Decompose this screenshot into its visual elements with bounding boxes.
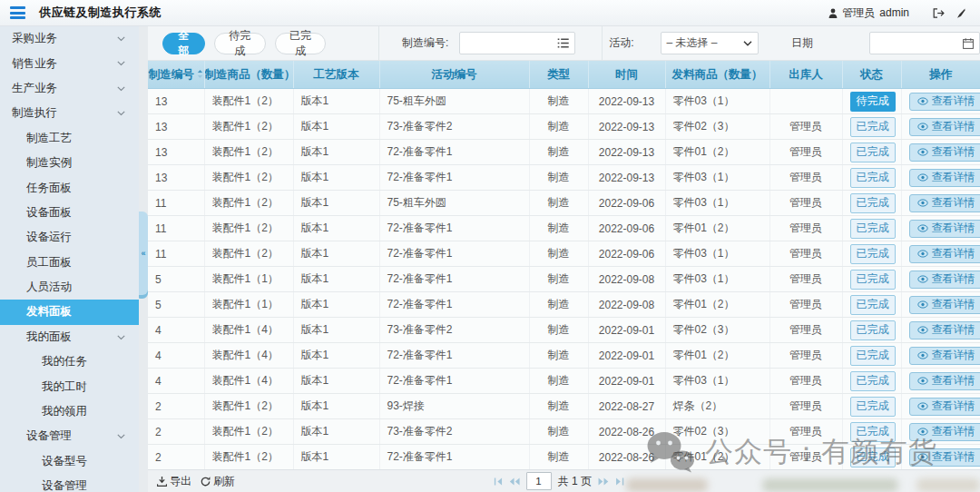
eye-icon [917, 428, 928, 436]
last-page-icon[interactable] [615, 477, 624, 486]
cell-material: 零件03（1） [665, 191, 769, 216]
col-header-type: 类型 [529, 61, 588, 89]
cell-type: 制造 [529, 419, 588, 445]
table-row: 2装配件1（2）版本172-准备零件1制造2022-08-26零件01（2）管理… [148, 445, 980, 470]
sidebar-item-5[interactable]: 制造实例 [0, 151, 139, 175]
cell-status: 已完成 [842, 343, 901, 369]
sidebar-item-11[interactable]: 发料面板 [0, 300, 139, 324]
cell-action: 查看详情 [901, 191, 980, 216]
eye-icon [917, 326, 928, 334]
cell-action: 查看详情 [901, 394, 980, 419]
cell-date: 2022-09-08 [588, 267, 665, 292]
sidebar-item-label: 人员活动 [26, 280, 72, 295]
tab-all[interactable]: 全部 [162, 33, 205, 54]
eye-icon [917, 224, 928, 232]
cell-type: 制造 [529, 114, 588, 140]
eye-icon [917, 351, 928, 359]
date-label: 日期 [791, 35, 813, 51]
cell-status: 已完成 [842, 267, 901, 292]
cell-product: 装配件1（2） [204, 165, 293, 191]
sidebar-item-15[interactable]: 我的领用 [0, 399, 139, 424]
sidebar-item-2[interactable]: 生产业务 [0, 76, 139, 101]
activity-select[interactable]: – 未选择 – [661, 32, 760, 54]
view-detail-button[interactable]: 查看详情 [909, 347, 980, 365]
eye-icon [917, 453, 928, 461]
logout-icon[interactable] [933, 8, 945, 18]
view-detail-button[interactable]: 查看详情 [909, 448, 980, 467]
date-input[interactable] [876, 36, 963, 51]
status-badge: 已完成 [850, 193, 896, 213]
view-detail-button[interactable]: 查看详情 [909, 169, 980, 187]
sidebar-item-10[interactable]: 人员活动 [0, 275, 139, 300]
cell-product: 装配件1（4） [204, 369, 293, 394]
cell-date: 2022-08-26 [588, 419, 665, 445]
sidebar-item-7[interactable]: 设备面板 [0, 201, 139, 225]
view-detail-button[interactable]: 查看详情 [909, 423, 980, 441]
col-header-mfg-no[interactable]: 制造编号 [148, 61, 204, 89]
mfg-no-input[interactable] [466, 36, 557, 51]
prev-page-icon[interactable] [509, 477, 520, 486]
sidebar-item-12[interactable]: 我的面板 [0, 325, 139, 349]
calendar-icon[interactable] [963, 38, 974, 49]
view-detail-button[interactable]: 查看详情 [909, 321, 980, 339]
cell-date: 2022-09-06 [588, 241, 665, 267]
table-row: 4装配件1（4）版本172-准备零件1制造2022-09-01零件03（1）管理… [148, 369, 980, 394]
table-row: 13装配件1（2）版本172-准备零件1制造2022-09-13零件01（2）管… [148, 140, 980, 165]
page-number-input[interactable] [526, 472, 552, 490]
cell-material: 零件01（2） [665, 343, 769, 369]
cell-product: 装配件1（2） [204, 445, 293, 470]
col-header-activity: 活动编号 [379, 61, 529, 89]
cell-no: 4 [148, 369, 204, 394]
chevron-down-icon [117, 86, 125, 92]
cell-version: 版本1 [293, 89, 379, 114]
refresh-button[interactable]: 刷新 [201, 474, 235, 489]
sidebar-item-14[interactable]: 我的工时 [0, 374, 139, 399]
sort-icon[interactable] [197, 69, 203, 82]
sidebar-item-8[interactable]: 设备运行 [0, 225, 139, 250]
sidebar-item-4[interactable]: 制造工艺 [0, 126, 139, 151]
cell-type: 制造 [529, 216, 588, 241]
cell-date: 2022-09-13 [588, 165, 665, 191]
sidebar-item-0[interactable]: 采购业务 [0, 26, 139, 51]
sidebar-item-1[interactable]: 销售业务 [0, 51, 139, 75]
sidebar-item-3[interactable]: 制造执行 [0, 101, 139, 125]
list-icon[interactable] [557, 38, 569, 48]
view-detail-button[interactable]: 查看详情 [909, 372, 980, 390]
view-detail-button[interactable]: 查看详情 [909, 220, 980, 238]
view-detail-button[interactable]: 查看详情 [909, 398, 980, 416]
tab-pending[interactable]: 待完成 [214, 33, 266, 54]
view-detail-button[interactable]: 查看详情 [909, 245, 980, 263]
cell-product: 装配件1（1） [204, 292, 293, 318]
sidebar-item-label: 制造执行 [12, 105, 57, 121]
sidebar-collapse-button[interactable]: « [139, 212, 148, 295]
view-detail-button[interactable]: 查看详情 [909, 271, 980, 289]
tab-done[interactable]: 已完成 [275, 33, 327, 54]
cell-type: 制造 [529, 191, 588, 216]
sidebar-item-13[interactable]: 我的任务 [0, 349, 139, 374]
cell-activity: 72-准备零件1 [379, 241, 529, 267]
sidebar-item-18[interactable]: 设备管理 [0, 474, 139, 492]
sidebar-item-9[interactable]: 员工面板 [0, 251, 139, 275]
sidebar-item-17[interactable]: 设备型号 [0, 449, 139, 474]
sidebar-item-6[interactable]: 任务面板 [0, 175, 139, 200]
cell-product: 装配件1（4） [204, 343, 293, 369]
next-page-icon[interactable] [598, 477, 609, 486]
view-detail-label: 查看详情 [932, 348, 975, 363]
table-row: 2装配件1（2）版本193-焊接制造2022-08-27焊条（2）管理员已完成查… [148, 394, 980, 419]
brush-icon[interactable] [956, 8, 965, 18]
view-detail-label: 查看详情 [932, 119, 975, 134]
sidebar-item-label: 销售业务 [12, 56, 57, 72]
first-page-icon[interactable] [494, 477, 503, 486]
view-detail-button[interactable]: 查看详情 [909, 118, 980, 136]
sidebar-item-16[interactable]: 设备管理 [0, 424, 139, 448]
status-badge: 已完成 [850, 422, 896, 442]
view-detail-button[interactable]: 查看详情 [909, 296, 980, 314]
view-detail-button[interactable]: 查看详情 [909, 194, 980, 212]
view-detail-button[interactable]: 查看详情 [909, 93, 980, 111]
view-detail-button[interactable]: 查看详情 [909, 143, 980, 162]
status-badge: 已完成 [850, 448, 896, 467]
cell-date: 2022-08-26 [588, 445, 665, 470]
hamburger-menu-icon[interactable] [10, 6, 25, 19]
eye-icon [917, 97, 928, 105]
export-button[interactable]: 导出 [157, 474, 191, 489]
